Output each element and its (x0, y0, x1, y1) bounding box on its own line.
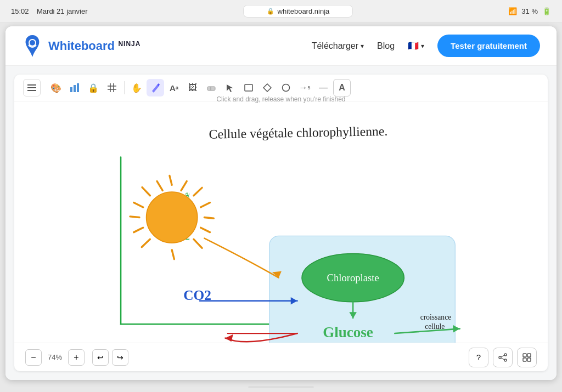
tool-select[interactable] (221, 79, 239, 96)
tool-line[interactable]: — (314, 79, 332, 96)
svg-rect-63 (523, 358, 526, 361)
tool-palette[interactable]: 🎨 (47, 79, 65, 96)
svg-text:croissance: croissance (420, 313, 451, 321)
browser-time: 15:02 (11, 7, 29, 15)
question-icon: ? (476, 353, 481, 362)
wifi-icon: 📶 (508, 7, 517, 15)
logo-text: Whiteboard NINJA (48, 39, 140, 53)
address-bar[interactable]: 🔒 whiteboard.ninja (243, 5, 353, 18)
browser-status: 📶 31 % 🔋 (508, 7, 551, 15)
right-controls: ? (469, 348, 537, 367)
cta-button[interactable]: Tester gratuitement (437, 35, 540, 57)
canvas-area[interactable]: Cellule végétale chlorophyllienne. Photo… (14, 101, 548, 343)
svg-line-23 (130, 217, 139, 218)
svg-point-15 (283, 84, 290, 92)
nav-center: Télécharger ▾ Blog 🇫🇷 ▾ Tester gratuitem… (312, 35, 540, 57)
hamburger-icon (27, 84, 36, 91)
browser-bar: 15:02 Mardi 21 janvier 🔒 whiteboard.ninj… (0, 0, 562, 23)
whiteboard-container: 🎨 🔒 (14, 75, 548, 371)
svg-line-32 (134, 228, 143, 232)
scroll-bar (248, 386, 314, 388)
nav-language[interactable]: 🇫🇷 ▾ (408, 41, 424, 51)
navbar: Whiteboard NINJA Télécharger ▾ Blog 🇫🇷 ▾… (5, 26, 557, 66)
svg-line-21 (170, 175, 172, 185)
logo-area[interactable]: Whiteboard NINJA (22, 34, 140, 58)
tool-arrow[interactable]: →5 (296, 79, 313, 96)
svg-point-57 (499, 356, 501, 359)
svg-point-56 (504, 354, 507, 356)
nav-blog[interactable]: Blog (377, 41, 395, 51)
svg-point-1 (30, 40, 35, 46)
svg-line-29 (157, 181, 162, 191)
svg-line-59 (501, 355, 504, 357)
tool-pen[interactable] (147, 79, 164, 96)
svg-rect-6 (74, 85, 76, 92)
svg-rect-3 (27, 87, 36, 88)
svg-rect-12 (207, 87, 215, 90)
tool-format-text[interactable]: A (333, 79, 351, 96)
battery-icon: 🔋 (542, 7, 551, 15)
svg-line-60 (501, 358, 504, 360)
undo-button[interactable]: ↩ (92, 349, 109, 366)
tool-hand[interactable]: ✋ (128, 79, 145, 96)
tool-lock[interactable]: 🔒 (85, 79, 102, 96)
redo-button[interactable]: ↪ (112, 349, 128, 366)
svg-rect-5 (70, 87, 72, 92)
zoom-out-button[interactable]: − (25, 349, 42, 366)
lang-chevron: ▾ (421, 42, 424, 50)
svg-text:Glucose: Glucose (323, 324, 373, 340)
svg-line-24 (204, 218, 213, 219)
browser-time-date: 15:02 Mardi 21 janvier (11, 7, 88, 15)
svg-rect-62 (527, 354, 531, 357)
svg-line-22 (172, 250, 174, 259)
chevron-down-icon: ▾ (361, 42, 364, 50)
svg-point-58 (504, 359, 507, 361)
toolbar: 🎨 🔒 (14, 75, 548, 101)
svg-line-31 (134, 202, 143, 207)
help-button[interactable]: ? (469, 348, 488, 367)
svg-point-20 (147, 192, 198, 243)
zoom-level: 74% (45, 353, 65, 361)
svg-line-30 (181, 181, 187, 191)
flag-icon: 🇫🇷 (408, 41, 419, 51)
svg-text:Cellule végétale chlorophyllie: Cellule végétale chlorophyllienne. (209, 124, 387, 141)
svg-line-34 (201, 228, 210, 232)
url: whiteboard.ninja (278, 7, 330, 15)
svg-line-25 (142, 188, 150, 196)
share-button[interactable] (493, 348, 513, 367)
main-content: 🎨 🔒 (5, 66, 557, 380)
separator-1 (124, 81, 125, 94)
battery-level: 31 % (521, 7, 538, 15)
grid-view-button[interactable] (517, 348, 537, 367)
zoom-in-button[interactable]: + (68, 349, 85, 366)
whiteboard-svg: Cellule végétale chlorophyllienne. Photo… (14, 101, 548, 343)
svg-line-28 (194, 188, 202, 195)
svg-line-26 (194, 239, 202, 248)
tool-eraser[interactable] (203, 79, 220, 96)
svg-text:CO2: CO2 (183, 287, 211, 303)
svg-rect-14 (245, 84, 252, 91)
tool-rect[interactable] (240, 79, 257, 96)
website-frame: Whiteboard NINJA Télécharger ▾ Blog 🇫🇷 ▾… (5, 26, 557, 380)
svg-line-33 (201, 202, 210, 207)
menu-button[interactable] (23, 79, 41, 96)
svg-line-27 (142, 239, 150, 247)
grid-view-icon (522, 353, 531, 362)
svg-rect-7 (77, 83, 79, 92)
share-icon (498, 353, 507, 362)
scroll-indicator (0, 384, 562, 392)
logo-icon (22, 34, 43, 58)
tool-image[interactable]: 🖼 (184, 79, 201, 96)
svg-text:Chloroplaste: Chloroplaste (327, 272, 379, 283)
tool-diamond[interactable] (258, 79, 276, 96)
tool-grid[interactable] (103, 79, 121, 96)
svg-marker-46 (453, 325, 460, 333)
zoom-controls: − 74% + ↩ ↪ (25, 349, 128, 366)
svg-text:cellule: cellule (425, 322, 445, 331)
svg-rect-2 (27, 84, 36, 86)
nav-download[interactable]: Télécharger ▾ (312, 41, 364, 51)
tool-chart[interactable] (66, 79, 83, 96)
svg-rect-64 (527, 358, 531, 361)
tool-circle[interactable] (277, 79, 295, 96)
tool-text[interactable]: Aa (165, 79, 183, 96)
